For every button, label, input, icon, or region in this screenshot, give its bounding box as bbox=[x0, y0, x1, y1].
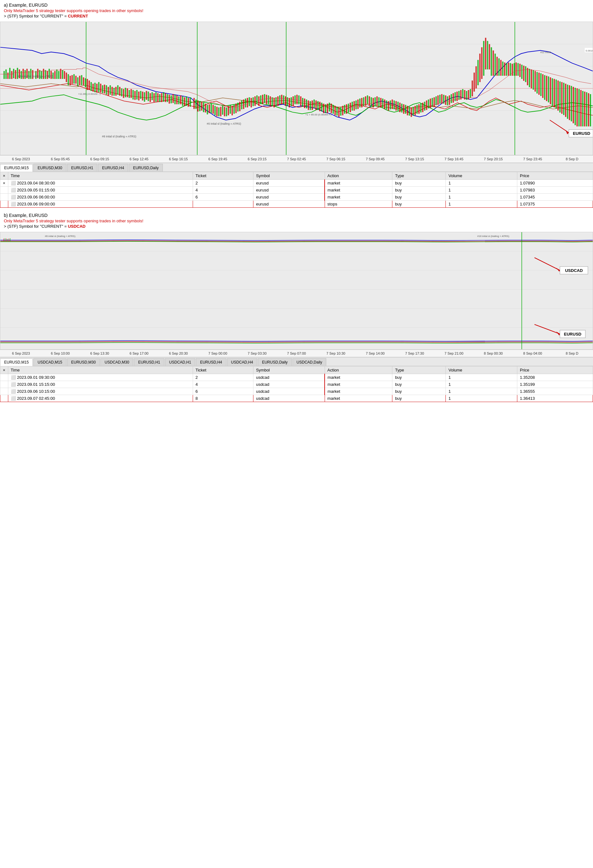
type-cell: buy bbox=[392, 374, 446, 381]
svg-rect-298 bbox=[556, 80, 557, 109]
svg-rect-48 bbox=[77, 77, 78, 86]
tab-b-3[interactable]: USDCAD,M30 bbox=[100, 358, 133, 366]
close-btn bbox=[0, 374, 8, 381]
svg-rect-238 bbox=[441, 94, 443, 104]
svg-rect-251 bbox=[466, 91, 467, 100]
symbol-cell: eurusd bbox=[254, 194, 325, 201]
time-tick-a-12: 7 Sep 20:15 bbox=[474, 157, 513, 161]
col-header-type-b: Type bbox=[392, 366, 446, 374]
svg-rect-38 bbox=[58, 71, 59, 79]
trade-icon: ⬜ bbox=[11, 396, 16, 401]
svg-rect-304 bbox=[567, 85, 568, 119]
tab-b-8[interactable]: EURUSD,Daily bbox=[258, 358, 292, 366]
svg-rect-171 bbox=[314, 100, 315, 108]
svg-rect-293 bbox=[546, 76, 547, 101]
tab-b-1[interactable]: USDCAD,M15 bbox=[33, 358, 66, 366]
svg-rect-253 bbox=[470, 89, 471, 98]
svg-rect-93 bbox=[163, 92, 164, 102]
svg-rect-290 bbox=[540, 73, 541, 96]
svg-rect-127 bbox=[230, 105, 231, 114]
action-cell: market bbox=[325, 194, 392, 201]
table-row: ⬜2023.09.07 02:45:008usdcadmarketbuy11.3… bbox=[0, 395, 593, 402]
svg-rect-146 bbox=[266, 95, 267, 104]
tab-b-6[interactable]: EURUSD,H4 bbox=[196, 358, 226, 366]
svg-rect-244 bbox=[453, 93, 454, 103]
svg-rect-247 bbox=[458, 91, 459, 100]
action-cell: market bbox=[325, 388, 392, 395]
svg-rect-149 bbox=[271, 97, 273, 106]
svg-rect-150 bbox=[273, 98, 275, 108]
svg-rect-237 bbox=[440, 95, 441, 104]
symbol-cell: eurusd bbox=[254, 201, 325, 208]
time-tick-b-1: 6 Sep 10:00 bbox=[41, 351, 80, 355]
time-tick-a-2: 6 Sep 09:15 bbox=[80, 157, 119, 161]
svg-rect-69 bbox=[117, 85, 119, 95]
svg-rect-141 bbox=[256, 95, 258, 104]
tab-b-2[interactable]: EURUSD,M30 bbox=[67, 358, 100, 366]
action-cell: market bbox=[325, 374, 392, 381]
svg-rect-271 bbox=[504, 62, 505, 76]
section-b-subtitle: Only MetaTrader 5 strategy tester suppor… bbox=[4, 218, 589, 223]
svg-text:+1 = 65.00 (0.00065 P): +1 = 65.00 (0.00065 P) bbox=[305, 113, 331, 116]
svg-rect-210 bbox=[388, 101, 389, 111]
svg-rect-184 bbox=[338, 108, 339, 117]
tab-b-7[interactable]: USDCAD,H4 bbox=[227, 358, 257, 366]
col-header-symbol-b: Symbol bbox=[254, 366, 325, 374]
svg-rect-191 bbox=[352, 102, 353, 111]
svg-rect-289 bbox=[538, 72, 540, 95]
type-cell: buy bbox=[392, 395, 446, 402]
col-header-symbol-a: Symbol bbox=[254, 172, 325, 180]
section-b: b) Example, EURUSD Only MetaTrader 5 str… bbox=[0, 210, 593, 232]
svg-rect-189 bbox=[348, 104, 349, 112]
tab-b-4[interactable]: EURUSD,H1 bbox=[134, 358, 164, 366]
tab-a-1[interactable]: EURUSD,M30 bbox=[33, 164, 66, 171]
svg-rect-50 bbox=[81, 75, 83, 85]
time-cell: ⬜2023.09.04 08:30:00 bbox=[8, 180, 193, 187]
trade-icon: ⬜ bbox=[11, 202, 16, 207]
chart-a-svg: #8 initial sl (trailing = ATRS) #8 inita… bbox=[0, 22, 593, 155]
tab-a-2[interactable]: EURUSD,H1 bbox=[67, 164, 97, 171]
trade-icon: ⬜ bbox=[11, 187, 16, 192]
svg-rect-316 bbox=[590, 94, 591, 127]
col-header-action-b: Action bbox=[325, 366, 392, 374]
tab-a-4[interactable]: EURUSD,Daily bbox=[129, 164, 163, 171]
col-header-price-a: Price bbox=[517, 172, 593, 180]
tab-bar-a: EURUSD,M15 EURUSD,M30 EURUSD,H1 EURUSD,H… bbox=[0, 163, 593, 172]
svg-rect-194 bbox=[357, 100, 358, 109]
price-cell: 1.36555 bbox=[517, 388, 593, 395]
svg-rect-275 bbox=[512, 63, 513, 76]
time-tick-a-8: 7 Sep 06:15 bbox=[316, 157, 356, 161]
svg-rect-309 bbox=[577, 89, 578, 126]
svg-rect-62 bbox=[104, 85, 105, 93]
table-row: ⬜2023.09.01 09:30:002usdcadmarketbuy11.3… bbox=[0, 374, 593, 381]
col-header-price-b: Price bbox=[517, 366, 593, 374]
svg-text:+11.80 (-0.00102...): +11.80 (-0.00102...) bbox=[78, 93, 101, 95]
svg-rect-167 bbox=[306, 100, 307, 108]
svg-rect-144 bbox=[262, 95, 263, 104]
svg-rect-295 bbox=[550, 77, 551, 104]
svg-rect-54 bbox=[89, 80, 90, 90]
table-row: ⬜2023.09.06 10:15:006usdcadmarketbuy11.3… bbox=[0, 388, 593, 395]
close-btn bbox=[0, 201, 8, 208]
tab-b-0[interactable]: EURUSD,M15 bbox=[0, 359, 33, 366]
time-tick-b-4: 6 Sep 20:30 bbox=[159, 351, 198, 355]
svg-rect-72 bbox=[123, 89, 124, 98]
tab-b-5[interactable]: USDCAD,H1 bbox=[165, 358, 195, 366]
svg-rect-223 bbox=[413, 107, 414, 116]
ticket-cell: 6 bbox=[193, 388, 253, 395]
tab-b-9[interactable]: USDCAD,Daily bbox=[292, 358, 326, 366]
svg-rect-74 bbox=[127, 89, 128, 97]
svg-rect-300 bbox=[559, 81, 561, 112]
tab-a-0[interactable]: EURUSD,M15 bbox=[0, 164, 33, 172]
time-tick-a-14: 8 Sep D bbox=[552, 157, 592, 161]
svg-rect-214 bbox=[395, 101, 397, 111]
time-tick-b-11: 7 Sep 21:00 bbox=[434, 351, 474, 355]
svg-rect-177 bbox=[325, 104, 326, 113]
col-header-type-a: Type bbox=[392, 172, 446, 180]
tab-a-3[interactable]: EURUSD,H4 bbox=[98, 164, 128, 171]
time-tick-a-4: 6 Sep 16:15 bbox=[159, 157, 198, 161]
svg-rect-76 bbox=[131, 89, 132, 98]
time-tick-b-10: 7 Sep 17:30 bbox=[395, 351, 434, 355]
svg-rect-59 bbox=[98, 82, 100, 92]
svg-rect-125 bbox=[226, 108, 227, 117]
